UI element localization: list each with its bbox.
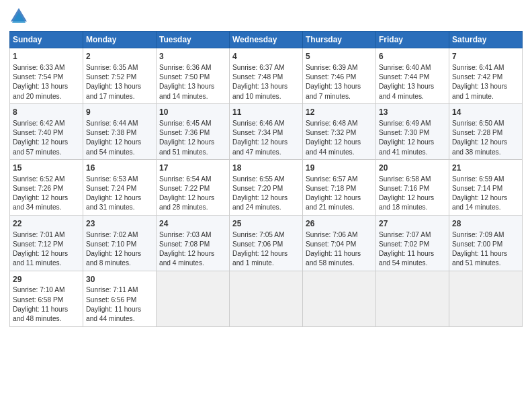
day-number: 28 <box>452 218 519 230</box>
sunset-text: Sunset: 7:16 PM <box>379 185 429 192</box>
day-number: 25 <box>232 218 300 230</box>
daylight-text: Daylight: 12 hours and 21 minutes. <box>306 194 361 211</box>
table-cell: 18Sunrise: 6:55 AMSunset: 7:20 PMDayligh… <box>230 159 303 215</box>
table-cell: 14Sunrise: 6:50 AMSunset: 7:28 PMDayligh… <box>449 103 523 159</box>
daylight-text: Daylight: 12 hours and 28 minutes. <box>159 194 214 211</box>
sunset-text: Sunset: 7:32 PM <box>306 129 356 136</box>
daylight-text: Daylight: 11 hours and 44 minutes. <box>86 306 141 322</box>
daylight-text: Daylight: 11 hours and 51 minutes. <box>452 250 507 267</box>
sunrise-text: Sunrise: 7:07 AM <box>379 231 431 238</box>
sunrise-text: Sunrise: 6:49 AM <box>379 120 431 127</box>
table-cell: 30Sunrise: 7:11 AMSunset: 6:56 PMDayligh… <box>83 271 157 326</box>
day-number: 8 <box>13 107 80 118</box>
sunset-text: Sunset: 7:40 PM <box>13 129 63 136</box>
table-cell: 20Sunrise: 6:58 AMSunset: 7:16 PMDayligh… <box>376 159 449 215</box>
week-row-2: 8Sunrise: 6:42 AMSunset: 7:40 PMDaylight… <box>10 103 523 159</box>
sunrise-text: Sunrise: 6:37 AM <box>232 64 285 71</box>
table-cell: 28Sunrise: 7:09 AMSunset: 7:00 PMDayligh… <box>449 215 523 271</box>
daylight-text: Daylight: 11 hours and 48 minutes. <box>13 306 68 322</box>
sunset-text: Sunset: 7:30 PM <box>379 129 429 136</box>
table-cell: 7Sunrise: 6:41 AMSunset: 7:42 PMDaylight… <box>449 48 523 104</box>
table-cell: 21Sunrise: 6:59 AMSunset: 7:14 PMDayligh… <box>449 159 523 215</box>
daylight-text: Daylight: 13 hours and 1 minute. <box>452 83 507 99</box>
daylight-text: Daylight: 12 hours and 51 minutes. <box>159 138 214 155</box>
sunrise-text: Sunrise: 6:39 AM <box>306 64 358 71</box>
daylight-text: Daylight: 12 hours and 44 minutes. <box>306 138 361 155</box>
week-row-3: 15Sunrise: 6:52 AMSunset: 7:26 PMDayligh… <box>10 159 523 215</box>
table-cell: 9Sunrise: 6:44 AMSunset: 7:38 PMDaylight… <box>83 103 157 159</box>
daylight-text: Daylight: 13 hours and 14 minutes. <box>159 83 214 99</box>
daylight-text: Daylight: 13 hours and 10 minutes. <box>232 83 287 99</box>
sunrise-text: Sunrise: 6:59 AM <box>452 175 504 183</box>
col-thursday: Thursday <box>303 32 376 48</box>
sunrise-text: Sunrise: 6:54 AM <box>159 175 212 183</box>
logo-icon <box>9 7 28 26</box>
sunrise-text: Sunrise: 6:52 AM <box>13 175 65 183</box>
sunset-text: Sunset: 7:54 PM <box>13 73 63 81</box>
col-tuesday: Tuesday <box>157 32 230 48</box>
sunrise-text: Sunrise: 6:44 AM <box>86 120 138 127</box>
table-cell: 16Sunrise: 6:53 AMSunset: 7:24 PMDayligh… <box>83 159 157 215</box>
table-cell: 6Sunrise: 6:40 AMSunset: 7:44 PMDaylight… <box>376 48 449 104</box>
daylight-text: Daylight: 12 hours and 11 minutes. <box>13 250 68 267</box>
col-wednesday: Wednesday <box>230 32 303 48</box>
day-number: 23 <box>86 218 153 230</box>
day-number: 10 <box>159 107 226 118</box>
sunset-text: Sunset: 7:38 PM <box>86 129 136 136</box>
week-row-1: 1Sunrise: 6:33 AMSunset: 7:54 PMDaylight… <box>10 48 523 104</box>
table-cell <box>303 271 376 326</box>
daylight-text: Daylight: 12 hours and 8 minutes. <box>86 250 141 267</box>
sunset-text: Sunset: 7:20 PM <box>232 185 283 192</box>
col-monday: Monday <box>83 32 157 48</box>
sunrise-text: Sunrise: 6:57 AM <box>306 175 358 183</box>
sunrise-text: Sunrise: 6:42 AM <box>13 120 65 127</box>
sunrise-text: Sunrise: 7:03 AM <box>159 231 212 238</box>
header-row: Sunday Monday Tuesday Wednesday Thursday… <box>10 32 523 48</box>
sunset-text: Sunset: 7:06 PM <box>232 240 283 248</box>
table-cell: 27Sunrise: 7:07 AMSunset: 7:02 PMDayligh… <box>376 215 449 271</box>
table-cell: 25Sunrise: 7:05 AMSunset: 7:06 PMDayligh… <box>230 215 303 271</box>
sunrise-text: Sunrise: 7:11 AM <box>86 286 138 293</box>
table-cell: 24Sunrise: 7:03 AMSunset: 7:08 PMDayligh… <box>157 215 230 271</box>
table-cell: 8Sunrise: 6:42 AMSunset: 7:40 PMDaylight… <box>10 103 83 159</box>
sunset-text: Sunset: 7:26 PM <box>13 185 63 192</box>
col-saturday: Saturday <box>449 32 523 48</box>
day-number: 9 <box>86 107 153 118</box>
sunset-text: Sunset: 7:18 PM <box>306 185 356 192</box>
sunrise-text: Sunrise: 7:01 AM <box>13 231 65 238</box>
table-cell <box>230 271 303 326</box>
day-number: 21 <box>452 163 519 174</box>
table-cell <box>157 271 230 326</box>
day-number: 20 <box>379 163 446 174</box>
table-cell: 19Sunrise: 6:57 AMSunset: 7:18 PMDayligh… <box>303 159 376 215</box>
day-number: 11 <box>232 107 300 118</box>
table-cell <box>449 271 523 326</box>
week-row-4: 22Sunrise: 7:01 AMSunset: 7:12 PMDayligh… <box>10 215 523 271</box>
daylight-text: Daylight: 13 hours and 4 minutes. <box>379 83 434 99</box>
day-number: 19 <box>306 163 373 174</box>
table-cell: 2Sunrise: 6:35 AMSunset: 7:52 PMDaylight… <box>83 48 157 104</box>
sunrise-text: Sunrise: 6:35 AM <box>86 64 138 71</box>
sunrise-text: Sunrise: 6:53 AM <box>86 175 138 183</box>
table-cell: 15Sunrise: 6:52 AMSunset: 7:26 PMDayligh… <box>10 159 83 215</box>
table-cell: 29Sunrise: 7:10 AMSunset: 6:58 PMDayligh… <box>10 271 83 326</box>
sunrise-text: Sunrise: 6:48 AM <box>306 120 358 127</box>
day-number: 30 <box>86 274 153 285</box>
sunset-text: Sunset: 6:56 PM <box>86 296 136 304</box>
daylight-text: Daylight: 13 hours and 20 minutes. <box>13 83 68 99</box>
day-number: 24 <box>159 218 226 230</box>
day-number: 1 <box>13 51 80 62</box>
sunrise-text: Sunrise: 6:36 AM <box>159 64 212 71</box>
daylight-text: Daylight: 12 hours and 38 minutes. <box>452 138 507 155</box>
logo <box>9 7 31 26</box>
day-number: 14 <box>452 107 519 118</box>
table-cell: 1Sunrise: 6:33 AMSunset: 7:54 PMDaylight… <box>10 48 83 104</box>
sunset-text: Sunset: 7:44 PM <box>379 73 429 81</box>
sunset-text: Sunset: 7:42 PM <box>452 73 502 81</box>
sunrise-text: Sunrise: 6:50 AM <box>452 120 504 127</box>
sunset-text: Sunset: 7:00 PM <box>452 240 502 248</box>
daylight-text: Daylight: 12 hours and 54 minutes. <box>86 138 141 155</box>
table-cell: 12Sunrise: 6:48 AMSunset: 7:32 PMDayligh… <box>303 103 376 159</box>
sunset-text: Sunset: 7:48 PM <box>232 73 283 81</box>
sunrise-text: Sunrise: 6:55 AM <box>232 175 285 183</box>
